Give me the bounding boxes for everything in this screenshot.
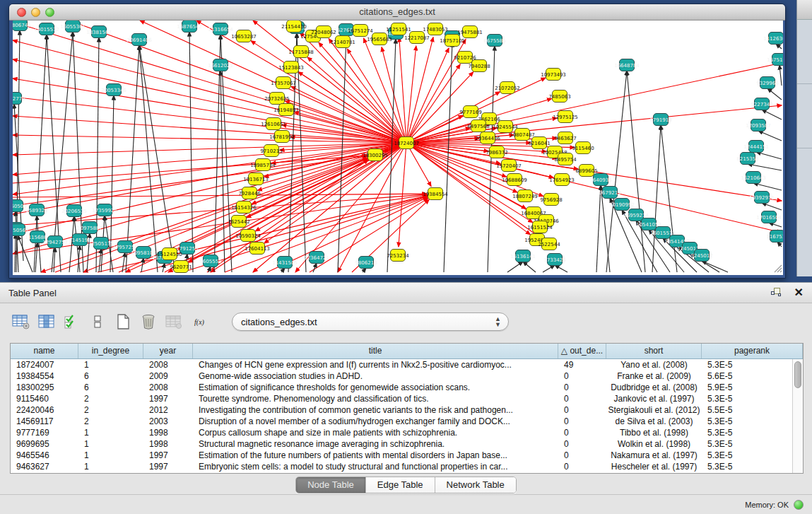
network-node-teal[interactable]: 9605551 — [199, 255, 221, 267]
network-node-teal[interactable]: 1632770 — [13, 93, 25, 105]
table-cell-name[interactable]: 9115460 — [11, 393, 78, 404]
table-cell-year[interactable]: 1998 — [143, 438, 193, 450]
network-node-teal[interactable]: 20691406 — [126, 34, 152, 46]
tab-node-table[interactable]: Node Table — [296, 477, 366, 493]
network-node-yellow[interactable]: 17604113 — [245, 243, 270, 255]
network-node-yellow[interactable]: 10653287 — [231, 30, 257, 42]
table-cell-name[interactable]: 19384554 — [11, 370, 78, 382]
table-cell-out_de[interactable]: 0 — [558, 438, 606, 450]
table-cell-year[interactable]: 1997 — [143, 393, 193, 404]
table-cell-pagerank[interactable]: 5.3E-5 — [702, 427, 792, 438]
table-cell-year[interactable]: 2003 — [143, 416, 193, 427]
network-canvas[interactable]: 9806745140155721605536118381567206914061… — [13, 21, 783, 275]
window-titlebar[interactable]: citations_edges.txt — [9, 4, 785, 21]
network-node-teal[interactable]: 14015572 — [34, 23, 59, 35]
table-cell-title[interactable]: Investigating the contribution of common… — [193, 404, 558, 416]
table-cell-pagerank[interactable]: 5.9E-5 — [702, 382, 792, 393]
column-header-in_degree[interactable]: in_degree — [78, 344, 143, 358]
function-builder-icon[interactable]: f(x) — [188, 310, 211, 333]
network-node-yellow[interactable]: 12975125 — [553, 111, 578, 123]
table-cell-title[interactable]: Corpus callosum shape and size in male p… — [193, 427, 558, 438]
table-cell-pagerank[interactable]: 5.3E-5 — [702, 438, 792, 450]
table-cell-name[interactable]: 9777169 — [11, 427, 78, 438]
table-cell-short[interactable]: Tibbo et al. (1998) — [606, 427, 702, 438]
network-node-teal[interactable]: 15876542 — [177, 21, 202, 33]
select-rows-icon[interactable] — [61, 310, 83, 333]
table-cell-in_degree[interactable]: 2 — [78, 393, 143, 404]
network-node-teal[interactable]: 16648784 — [614, 59, 640, 71]
table-row[interactable]: 1938455462009Genome-wide association stu… — [11, 370, 792, 382]
tab-edge-table[interactable]: Edge Table — [366, 477, 435, 493]
network-node-teal[interactable]: 11431505 — [272, 257, 298, 269]
network-node-teal[interactable]: 6675585 — [483, 35, 505, 47]
table-cell-in_degree[interactable]: 2 — [78, 404, 143, 416]
table-cell-name[interactable]: 9465546 — [11, 450, 78, 461]
network-node-teal[interactable]: 8215358 — [736, 153, 758, 165]
float-window-icon[interactable] — [770, 287, 783, 298]
table-cell-out_de[interactable]: 0 — [558, 393, 606, 404]
table-cell-name[interactable]: 18724007 — [11, 359, 78, 370]
table-cell-short[interactable]: Nakamura et al. (1997) — [606, 450, 702, 461]
network-node-yellow[interactable]: 11715848 — [288, 46, 314, 58]
network-node-teal[interactable]: 18381567 — [86, 26, 112, 38]
table-selector-dropdown[interactable]: citations_edges.txt ▲▼ — [232, 313, 509, 331]
close-window-button[interactable] — [17, 8, 26, 17]
network-node-teal[interactable]: 17016504 — [756, 211, 782, 223]
minimize-window-button[interactable] — [31, 8, 40, 17]
table-cell-title[interactable]: Estimation of significance thresholds fo… — [193, 382, 558, 393]
table-cell-year[interactable]: 2012 — [143, 404, 193, 416]
network-node-teal[interactable]: 9806745 — [13, 21, 31, 31]
tab-network-table[interactable]: Network Table — [435, 477, 516, 493]
table-cell-pagerank[interactable]: 5.3E-5 — [702, 416, 792, 427]
table-cell-title[interactable]: Changes of HCN gene expression and I(f) … — [193, 359, 558, 370]
table-cell-short[interactable]: Yano et al. (2008) — [606, 359, 702, 370]
table-cell-short[interactable]: Hescheler et al. (1997) — [606, 461, 702, 472]
network-node-teal[interactable]: 11126306 — [763, 33, 783, 45]
network-node-teal[interactable]: 15751074 — [767, 54, 783, 66]
table-cell-out_de[interactable]: 0 — [558, 382, 606, 393]
network-node-teal[interactable]: 1167533 — [766, 230, 783, 243]
table-cell-in_degree[interactable]: 1 — [78, 438, 143, 450]
network-node-teal[interactable]: 12444151 — [743, 141, 769, 153]
table-cell-pagerank[interactable]: 5.3E-5 — [702, 393, 792, 404]
table-cell-year[interactable]: 2009 — [143, 370, 193, 382]
network-node-yellow[interactable]: 9115460 — [572, 142, 594, 154]
table-cell-pagerank[interactable]: 5.6E-5 — [702, 370, 792, 382]
table-row[interactable]: 2242004622012Investigating the contribut… — [11, 404, 792, 416]
table-cell-title[interactable]: Estimation of the future numbers of pati… — [193, 450, 558, 461]
memory-status-led[interactable] — [794, 500, 804, 510]
table-cell-short[interactable]: de Silva et al. (2003) — [606, 416, 702, 427]
table-cell-name[interactable]: 18300295 — [11, 382, 78, 393]
table-cell-short[interactable]: Franke et al. (2009) — [606, 370, 702, 382]
network-node-teal[interactable]: 16210643 — [741, 172, 766, 184]
table-cell-year[interactable]: 1997 — [143, 450, 193, 461]
table-cell-in_degree[interactable]: 1 — [78, 359, 143, 370]
table-cell-title[interactable]: Embryonic stem cells: a model to study s… — [193, 461, 558, 472]
table-cell-out_de[interactable]: 0 — [558, 427, 606, 438]
table-cell-title[interactable]: Tourette syndrome. Phenomenology and cla… — [193, 393, 558, 404]
show-columns-icon[interactable] — [35, 310, 58, 333]
new-document-icon[interactable] — [112, 310, 134, 333]
table-row[interactable]: 1456911722003Disruption of a novel membe… — [11, 416, 792, 427]
table-cell-out_de[interactable]: 0 — [558, 461, 606, 472]
network-node-teal[interactable]: 20206535 — [61, 205, 87, 217]
network-node-teal[interactable]: 12093587 — [746, 119, 771, 132]
table-cell-in_degree[interactable]: 1 — [78, 450, 143, 461]
column-header-pagerank[interactable]: pagerank — [702, 344, 803, 358]
table-row[interactable]: 1830029562008Estimation of significance … — [11, 382, 792, 393]
network-node-yellow[interactable]: 17483053 — [423, 23, 448, 35]
row-height-icon[interactable] — [86, 310, 109, 333]
table-cell-in_degree[interactable]: 1 — [78, 461, 143, 472]
network-node-yellow[interactable]: 7485063 — [548, 90, 570, 103]
network-node-teal[interactable]: 16612021 — [208, 59, 233, 71]
close-panel-icon[interactable]: ✕ — [794, 287, 804, 298]
network-node-teal[interactable]: 6791919 — [649, 114, 671, 126]
table-row[interactable]: 946362711997Embryonic stem cells: a mode… — [11, 461, 792, 472]
import-table-icon[interactable] — [163, 310, 185, 333]
table-row[interactable]: 969969511998Structural magnetic resonanc… — [11, 438, 792, 450]
network-node-teal[interactable]: 1733426 — [543, 254, 566, 266]
table-cell-short[interactable]: Jankovic et al. (1997) — [606, 393, 702, 404]
table-cell-year[interactable]: 2008 — [143, 382, 193, 393]
network-node-yellow[interactable]: 10688609 — [502, 174, 527, 186]
table-cell-out_de[interactable]: 0 — [558, 404, 606, 416]
